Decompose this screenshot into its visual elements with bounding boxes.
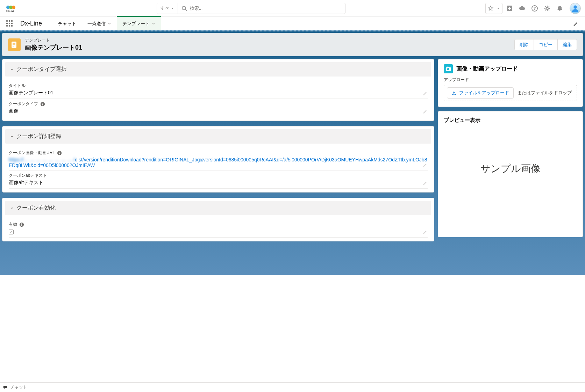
app-name: Dx-Line bbox=[20, 20, 42, 27]
section-header[interactable]: クーポンタイプ選択 bbox=[5, 62, 431, 77]
record-header: テンプレート 画像テンプレート01 削除 コピー 編集 bbox=[2, 33, 583, 56]
chevron-down-icon bbox=[10, 206, 14, 210]
global-search: すべ bbox=[157, 3, 345, 14]
section-header[interactable]: クーポン有効化 bbox=[5, 201, 431, 215]
preview-card: プレビュー表示 サンプル画像 bbox=[438, 111, 583, 237]
svg-point-28 bbox=[12, 6, 15, 9]
field-enabled: 有効 ✓ bbox=[9, 219, 428, 238]
pencil-icon bbox=[423, 91, 428, 96]
field-coupon-url: クーポン画像・動画URL https://… … … … … … … … /di… bbox=[9, 148, 428, 170]
section-coupon-enable: クーポン有効化 有効 ✓ bbox=[2, 198, 434, 241]
field-title: タイトル 画像テンプレート01 bbox=[9, 81, 428, 99]
favorites-button[interactable] bbox=[485, 3, 502, 14]
avatar-icon bbox=[570, 3, 580, 14]
record-type-icon bbox=[8, 38, 21, 51]
field-alt-text: クーポンaltテキスト 画像altテキスト bbox=[9, 170, 428, 189]
record-actions: 削除 コピー 編集 bbox=[514, 39, 577, 50]
star-icon bbox=[488, 6, 493, 11]
edit-page-button[interactable] bbox=[571, 19, 581, 29]
global-actions-button[interactable] bbox=[504, 3, 515, 14]
chevron-down-icon bbox=[152, 22, 155, 26]
copy-button[interactable]: コピー bbox=[534, 39, 557, 50]
search-input[interactable] bbox=[190, 6, 342, 11]
inline-edit-button[interactable] bbox=[423, 181, 428, 186]
object-label: テンプレート bbox=[25, 37, 510, 43]
camera-icon-container bbox=[444, 64, 453, 73]
pencil-icon bbox=[573, 21, 579, 27]
camera-icon bbox=[445, 66, 451, 72]
cloud-icon bbox=[519, 5, 526, 12]
info-icon[interactable] bbox=[19, 222, 24, 227]
record-title: 画像テンプレート01 bbox=[25, 43, 510, 52]
inline-edit-button[interactable] bbox=[423, 109, 428, 114]
setup-button[interactable] bbox=[542, 3, 553, 14]
inline-edit-button[interactable] bbox=[423, 162, 428, 167]
gear-icon bbox=[544, 5, 551, 12]
pencil-icon bbox=[423, 162, 428, 167]
app-launcher-button[interactable] bbox=[6, 20, 13, 27]
app-nav-bar: Dx-Line チャット 一斉送信 テンプレート bbox=[0, 16, 585, 30]
section-coupon-type: クーポンタイプ選択 タイトル 画像テンプレート01 クーポンタイプ 画像 bbox=[2, 59, 434, 121]
info-icon[interactable] bbox=[40, 102, 45, 107]
user-avatar[interactable] bbox=[570, 3, 581, 14]
section-coupon-detail: クーポン詳細登録 クーポン画像・動画URL https://… … … … … … bbox=[2, 126, 434, 193]
upload-icon bbox=[451, 90, 456, 95]
inline-edit-button[interactable] bbox=[423, 91, 428, 96]
help-icon bbox=[531, 5, 538, 12]
salesforce-help-cloud-button[interactable] bbox=[516, 3, 528, 14]
chevron-down-icon bbox=[108, 22, 111, 26]
info-icon[interactable] bbox=[57, 151, 62, 155]
preview-placeholder: サンプル画像 bbox=[444, 155, 577, 231]
delete-button[interactable]: 削除 bbox=[514, 39, 534, 50]
pencil-icon bbox=[423, 230, 428, 234]
pencil-icon bbox=[423, 109, 428, 114]
app-logo: DX-LINE bbox=[6, 3, 16, 14]
help-button[interactable] bbox=[529, 3, 540, 14]
field-coupon-type: クーポンタイプ 画像 bbox=[9, 99, 428, 117]
nav-tab-template[interactable]: テンプレート bbox=[117, 16, 161, 30]
caret-down-icon bbox=[497, 7, 500, 10]
nav-tab-chat[interactable]: チャット bbox=[52, 17, 82, 30]
url-link[interactable]: https://… … … … … … … … /dist/version/re… bbox=[9, 157, 427, 168]
chevron-down-icon bbox=[10, 135, 14, 138]
page-content: テンプレート 画像テンプレート01 削除 コピー 編集 クーポンタイプ選択 タイ… bbox=[0, 30, 585, 275]
search-icon bbox=[181, 6, 187, 11]
upload-file-button[interactable]: ファイルをアップロード bbox=[447, 87, 514, 99]
checkbox-checked: ✓ bbox=[9, 230, 14, 234]
upload-card: 画像・動画アップロード アップロード ファイルをアップロード またはファイルをド… bbox=[438, 59, 583, 107]
section-header[interactable]: クーポン詳細登録 bbox=[5, 129, 431, 144]
plus-icon bbox=[506, 5, 513, 12]
pencil-icon bbox=[423, 181, 428, 186]
inline-edit-button[interactable] bbox=[423, 230, 428, 234]
file-drop-zone[interactable]: ファイルをアップロード またはファイルをドロップ bbox=[444, 85, 577, 101]
bell-icon bbox=[556, 5, 563, 12]
search-scope-select[interactable]: すべ bbox=[157, 3, 178, 14]
nav-tab-broadcast[interactable]: 一斉送信 bbox=[82, 17, 117, 30]
global-header: DX-LINE すべ bbox=[0, 0, 585, 16]
edit-button[interactable]: 編集 bbox=[557, 39, 577, 50]
document-icon bbox=[10, 41, 18, 49]
chevron-down-icon bbox=[10, 68, 14, 71]
notifications-button[interactable] bbox=[554, 3, 565, 14]
